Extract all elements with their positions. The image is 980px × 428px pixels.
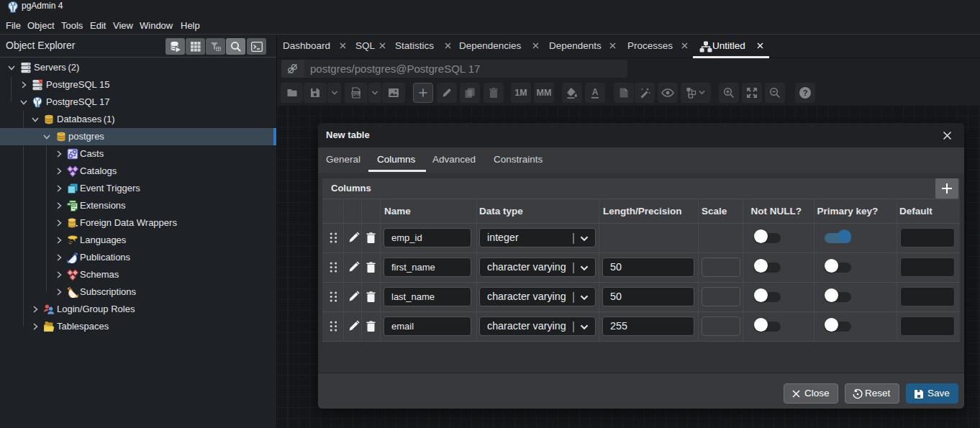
svg-text:?: ? xyxy=(803,88,808,97)
svg-text:SQL: SQL xyxy=(352,91,360,96)
svg-text:A: A xyxy=(592,87,599,97)
